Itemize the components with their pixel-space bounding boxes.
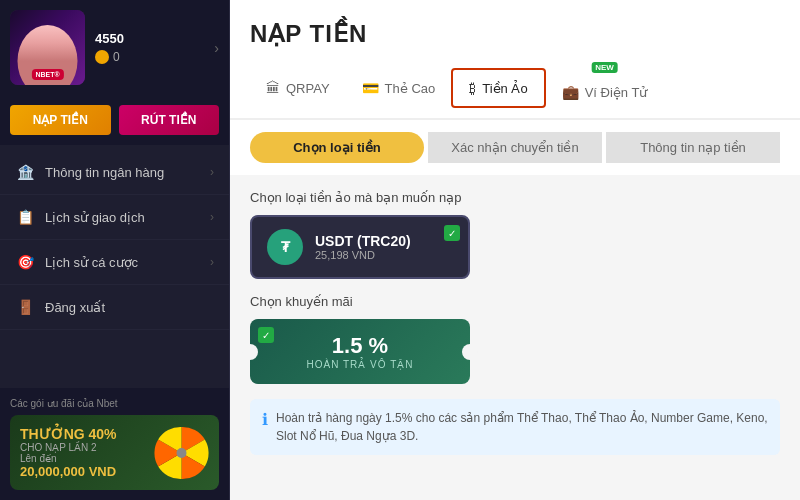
user-info: 4550 0 xyxy=(95,31,124,64)
menu-label: Đăng xuất xyxy=(45,300,105,315)
spin-wheel-icon xyxy=(154,425,209,480)
tab-the-cao[interactable]: 💳 Thẻ Cao xyxy=(346,68,452,108)
content-area: Chọn loại tiền ảo mà bạn muốn nạp ₮ USDT… xyxy=(230,175,800,500)
promo-selected-check: ✓ xyxy=(258,327,274,343)
list-icon: 📋 xyxy=(15,207,35,227)
logout-icon: 🚪 xyxy=(15,297,35,317)
step-2[interactable]: Xác nhận chuyển tiền xyxy=(428,132,602,163)
tab-tien-ao[interactable]: ₿ Tiền Ảo xyxy=(451,68,545,108)
target-icon: 🎯 xyxy=(15,252,35,272)
tab-tien-ao-label: Tiền Ảo xyxy=(482,81,527,96)
tab-qrpay-label: QRPAY xyxy=(286,81,330,96)
info-text: Hoàn trả hàng ngày 1.5% cho các sản phẩm… xyxy=(276,409,768,445)
tab-the-cao-label: Thẻ Cao xyxy=(385,81,436,96)
tab-vi-dien-tu-label: Ví Điện Tử xyxy=(585,85,648,100)
sidebar-item-logout[interactable]: 🚪 Đăng xuất xyxy=(0,285,229,330)
chevron-right-icon: › xyxy=(210,255,214,269)
step-2-label: Xác nhận chuyển tiền xyxy=(451,140,578,155)
promo-section-label: Chọn khuyến mãi xyxy=(250,294,780,309)
tab-qrpay[interactable]: 🏛 QRPAY xyxy=(250,68,346,108)
step-3-label: Thông tin nạp tiền xyxy=(640,140,746,155)
rut-tien-button[interactable]: RÚT TIỀN xyxy=(119,105,220,135)
promo-card[interactable]: THƯỞNG 40% CHO NẠP LẦN 2 Lên đến 20,000,… xyxy=(10,415,219,490)
card-tab-icon: 💳 xyxy=(362,80,379,96)
promo-amount-prefix: Lên đến xyxy=(20,453,117,464)
promo-coupon[interactable]: ✓ 1.5 % HOÀN TRẢ VÔ TẬN xyxy=(250,319,470,384)
coin-icon xyxy=(95,50,109,64)
promo-desc: HOÀN TRẢ VÔ TẬN xyxy=(307,359,414,370)
bank-icon: 🏦 xyxy=(15,162,35,182)
steps-container: Chọn loại tiền Xác nhận chuyển tiền Thôn… xyxy=(230,120,800,175)
balance: 0 xyxy=(95,50,124,64)
main-content: NẠP TIỀN 🏛 QRPAY 💳 Thẻ Cao ₿ Tiền Ảo NEW… xyxy=(230,0,800,500)
nap-tien-button[interactable]: NẠP TIỀN xyxy=(10,105,111,135)
menu-label: Thông tin ngân hàng xyxy=(45,165,164,180)
sidebar-menu: 🏦 Thông tin ngân hàng › 📋 Lịch sử giao d… xyxy=(0,145,229,388)
username: 4550 xyxy=(95,31,124,46)
promo-badge: Các gói ưu đãi của Nbet xyxy=(10,398,219,409)
promo-percent: 1.5 % xyxy=(332,333,388,359)
bitcoin-tab-icon: ₿ xyxy=(469,80,476,96)
sidebar-actions: NẠP TIỀN RÚT TIỀN xyxy=(0,95,229,145)
chevron-right-icon: › xyxy=(210,165,214,179)
wallet-tab-icon: 💼 xyxy=(562,84,579,100)
sidebar-header: NBET® 4550 0 › xyxy=(0,0,229,95)
info-box: ℹ Hoàn trả hàng ngày 1.5% cho các sản ph… xyxy=(250,399,780,455)
step-1[interactable]: Chọn loại tiền xyxy=(250,132,424,163)
svg-point-1 xyxy=(177,448,187,458)
tabs-container: 🏛 QRPAY 💳 Thẻ Cao ₿ Tiền Ảo NEW 💼 Ví Điệ… xyxy=(230,58,800,120)
bank-tab-icon: 🏛 xyxy=(266,80,280,96)
crypto-card-usdt[interactable]: ₮ USDT (TRC20) 25,198 VND ✓ xyxy=(250,215,470,279)
info-icon: ℹ xyxy=(262,410,268,429)
crypto-rate: 25,198 VND xyxy=(315,249,411,261)
chevron-right-icon: › xyxy=(210,210,214,224)
promo-subtitle: CHO NẠP LẦN 2 xyxy=(20,442,117,453)
menu-label: Lịch sử cá cược xyxy=(45,255,138,270)
coupon-notch-right xyxy=(462,344,478,360)
promo-title: THƯỞNG 40% xyxy=(20,426,117,442)
menu-label: Lịch sử giao dịch xyxy=(45,210,145,225)
step-3[interactable]: Thông tin nạp tiền xyxy=(606,132,780,163)
tab-vi-dien-tu[interactable]: NEW 💼 Ví Điện Tử xyxy=(546,68,664,108)
sidebar-item-bank-info[interactable]: 🏦 Thông tin ngân hàng › xyxy=(0,150,229,195)
page-title: NẠP TIỀN xyxy=(250,20,780,48)
step-1-label: Chọn loại tiền xyxy=(293,140,381,155)
coupon-notch-left xyxy=(242,344,258,360)
page-header: NẠP TIỀN xyxy=(230,0,800,58)
chevron-right-icon: › xyxy=(214,40,219,56)
promo-amount: 20,000,000 VND xyxy=(20,464,117,479)
crypto-selected-check: ✓ xyxy=(444,225,460,241)
avatar: NBET® xyxy=(10,10,85,85)
sidebar: NBET® 4550 0 › NẠP TIỀN RÚT TIỀN 🏦 Thông… xyxy=(0,0,230,500)
sidebar-item-transaction-history[interactable]: 📋 Lịch sử giao dịch › xyxy=(0,195,229,240)
crypto-section-label: Chọn loại tiền ảo mà bạn muốn nạp xyxy=(250,190,780,205)
sidebar-item-bet-history[interactable]: 🎯 Lịch sử cá cược › xyxy=(0,240,229,285)
new-badge: NEW xyxy=(591,62,618,73)
usdt-icon: ₮ xyxy=(267,229,303,265)
sidebar-promo-section: Các gói ưu đãi của Nbet THƯỞNG 40% CHO N… xyxy=(0,388,229,500)
crypto-name: USDT (TRC20) xyxy=(315,233,411,249)
